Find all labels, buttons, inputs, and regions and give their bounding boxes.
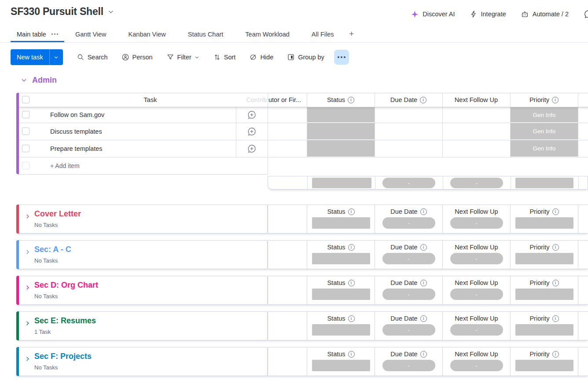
- add-item-button[interactable]: + Add item: [50, 162, 80, 169]
- chevron-down-icon[interactable]: [108, 9, 114, 15]
- status-summary-cell[interactable]: Status: [307, 347, 375, 376]
- due-date-summary-cell[interactable]: Due Date -: [375, 311, 442, 340]
- tab-main-table[interactable]: Main table: [11, 26, 64, 42]
- group-name[interactable]: Admin: [32, 76, 57, 85]
- priority-summary-bar[interactable]: [515, 253, 573, 264]
- status-cell[interactable]: [307, 140, 375, 157]
- chevron-right-icon[interactable]: [25, 285, 30, 290]
- status-cell[interactable]: [307, 107, 375, 122]
- info-icon[interactable]: [552, 244, 559, 251]
- person-filter-button[interactable]: Person: [116, 50, 158, 64]
- due-date-summary-pill[interactable]: -: [382, 178, 435, 188]
- group-header-admin[interactable]: Admin: [21, 76, 57, 85]
- tab-kanban-view[interactable]: Kanban View: [118, 26, 177, 42]
- row-checkbox[interactable]: [22, 111, 29, 118]
- priority-summary-cell[interactable]: Priority: [510, 311, 578, 340]
- priority-cell[interactable]: Gen Info: [511, 107, 578, 122]
- add-conversation-icon[interactable]: [247, 110, 257, 120]
- info-icon[interactable]: [420, 280, 427, 286]
- collapsed-group-card[interactable]: Sec D: Org Chart No Tasks: [19, 276, 268, 305]
- group-name[interactable]: Sec F: Projects: [34, 352, 92, 361]
- collapsed-group-card[interactable]: Sec: A - C No Tasks: [19, 240, 268, 269]
- group-name[interactable]: Cover Letter: [34, 209, 81, 219]
- hide-button[interactable]: Hide: [244, 50, 279, 64]
- info-icon[interactable]: [420, 97, 426, 103]
- priority-summary-bar[interactable]: [515, 178, 573, 188]
- due-date-summary-pill[interactable]: -: [382, 253, 435, 264]
- chevron-right-icon[interactable]: [25, 356, 30, 362]
- chevron-down-icon[interactable]: [21, 77, 27, 83]
- info-icon[interactable]: [552, 351, 559, 358]
- due-date-summary-cell[interactable]: Due Date -: [375, 205, 442, 234]
- status-summary-bar[interactable]: [312, 324, 370, 336]
- collapsed-group-card[interactable]: Sec F: Projects No Tasks: [19, 347, 268, 376]
- task-name[interactable]: Prepare templates: [50, 145, 102, 152]
- chevron-right-icon[interactable]: [25, 214, 30, 219]
- priority-summary-cell[interactable]: Priority: [510, 205, 578, 234]
- notifications-button[interactable]: [583, 9, 588, 19]
- follow-up-summary-cell[interactable]: Next Follow Up -: [442, 347, 510, 376]
- follow-up-summary-pill[interactable]: -: [450, 253, 503, 264]
- add-view-button[interactable]: +: [349, 29, 354, 39]
- task-name[interactable]: Follow on Sam.gov: [50, 111, 104, 118]
- priority-cell[interactable]: Gen Info: [511, 140, 578, 157]
- filter-button[interactable]: Filter: [161, 50, 205, 64]
- due-date-summary-cell[interactable]: Due Date -: [375, 276, 442, 305]
- follow-up-summary-cell[interactable]: Next Follow Up -: [442, 240, 510, 269]
- tab-status-chart[interactable]: Status Chart: [177, 26, 235, 42]
- priority-summary-cell[interactable]: Priority: [510, 240, 578, 269]
- add-conversation-icon[interactable]: [247, 127, 257, 136]
- info-icon[interactable]: [552, 97, 559, 103]
- status-summary-bar[interactable]: [312, 253, 370, 264]
- info-icon[interactable]: [348, 97, 354, 103]
- new-task-dropdown-arrow[interactable]: [49, 49, 63, 65]
- column-header-status[interactable]: Status: [307, 93, 375, 107]
- column-header-next-follow-up[interactable]: Next Follow Up: [442, 93, 510, 107]
- tab-options-icon[interactable]: [51, 33, 58, 35]
- follow-up-summary-pill[interactable]: -: [450, 289, 503, 300]
- task-name[interactable]: Discuss templates: [50, 128, 102, 135]
- status-summary-bar[interactable]: [312, 360, 370, 371]
- priority-summary-bar[interactable]: [515, 324, 573, 336]
- info-icon[interactable]: [420, 351, 427, 358]
- chevron-right-icon[interactable]: [25, 321, 30, 326]
- column-header-due-date[interactable]: Due Date: [375, 93, 442, 107]
- group-name[interactable]: Sec D: Org Chart: [34, 281, 98, 290]
- info-icon[interactable]: [348, 280, 355, 286]
- info-icon[interactable]: [348, 315, 355, 322]
- follow-up-summary-cell[interactable]: Next Follow Up -: [442, 276, 510, 305]
- info-icon[interactable]: [348, 244, 355, 251]
- search-button[interactable]: Search: [71, 50, 113, 64]
- automate-button[interactable]: Automate / 2: [521, 10, 569, 18]
- info-icon[interactable]: [348, 208, 355, 215]
- priority-summary-bar[interactable]: [515, 217, 573, 229]
- priority-summary-cell[interactable]: Priority: [510, 276, 578, 305]
- group-name[interactable]: Sec: A - C: [34, 245, 71, 254]
- column-header-contributor[interactable]: utor or Fir...: [268, 93, 301, 107]
- add-conversation-icon[interactable]: [247, 144, 257, 153]
- priority-summary-bar[interactable]: [515, 360, 573, 371]
- board-title-wrap[interactable]: SF330 Pursuit Shell: [11, 6, 114, 18]
- due-date-summary-pill[interactable]: -: [382, 324, 435, 336]
- collapsed-group-card[interactable]: Cover Letter No Tasks: [19, 205, 268, 234]
- due-date-summary-cell[interactable]: Due Date -: [375, 240, 442, 269]
- follow-up-summary-pill[interactable]: -: [450, 360, 503, 371]
- chevron-down-icon[interactable]: [195, 55, 199, 60]
- sort-button[interactable]: Sort: [208, 50, 241, 64]
- priority-summary-cell[interactable]: Priority: [510, 347, 578, 376]
- priority-summary-bar[interactable]: [515, 289, 573, 300]
- info-icon[interactable]: [348, 351, 355, 358]
- info-icon[interactable]: [420, 208, 427, 215]
- status-summary-bar[interactable]: [312, 289, 370, 300]
- integrate-button[interactable]: Integrate: [470, 10, 506, 18]
- status-summary-bar[interactable]: [312, 178, 371, 188]
- select-all-checkbox[interactable]: [22, 96, 29, 103]
- add-item-row[interactable]: + Add item: [16, 157, 588, 174]
- info-icon[interactable]: [552, 280, 559, 286]
- follow-up-summary-cell[interactable]: Next Follow Up -: [442, 311, 510, 340]
- status-summary-cell[interactable]: Status: [307, 240, 375, 269]
- due-date-summary-pill[interactable]: -: [382, 217, 435, 229]
- group-name[interactable]: Sec E: Resumes: [34, 316, 96, 325]
- board-title[interactable]: SF330 Pursuit Shell: [11, 6, 103, 18]
- due-date-summary-cell[interactable]: Due Date -: [375, 347, 442, 376]
